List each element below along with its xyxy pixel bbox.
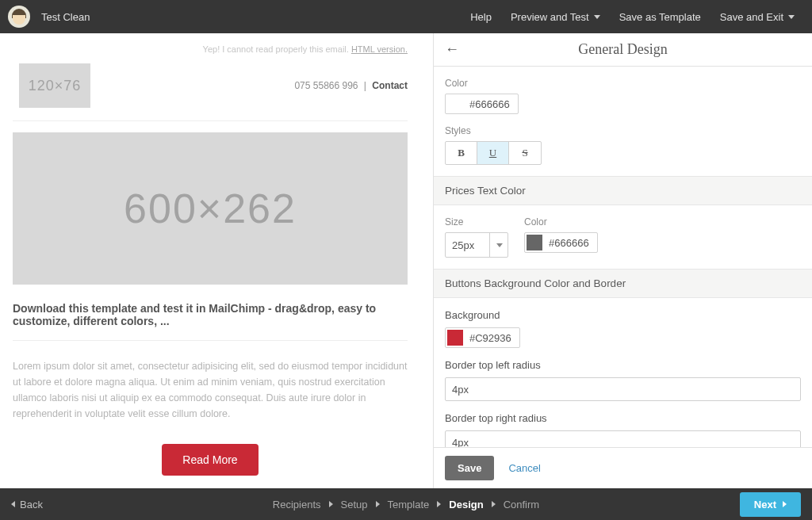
settings-panel: ← General Design Color #666666 Styles B …	[433, 33, 812, 488]
style-button-group: B U S	[445, 141, 542, 165]
logo-placeholder[interactable]: 120×76	[19, 63, 90, 108]
html-version-note: Yep! I cannot read properly this email. …	[6, 44, 414, 54]
styles-label: Styles	[445, 125, 801, 136]
size-select[interactable]	[445, 232, 508, 258]
swatch-icon	[447, 96, 463, 112]
help-menu[interactable]: Help	[461, 11, 501, 23]
step-setup[interactable]: Setup	[341, 499, 368, 510]
panel-back-arrow-icon[interactable]: ←	[445, 41, 459, 58]
buttons-section-header: Buttons Background Color and Border	[434, 269, 812, 298]
back-button[interactable]: Back	[11, 499, 43, 510]
prices-color-picker[interactable]: #666666	[524, 232, 598, 253]
chevron-down-icon	[788, 15, 795, 19]
save-button[interactable]: Save	[445, 456, 494, 480]
color-label: Color	[445, 78, 801, 89]
panel-header: ← General Design	[434, 33, 812, 67]
underline-button[interactable]: U	[477, 142, 509, 164]
mailchimp-logo[interactable]	[8, 6, 30, 28]
color-picker[interactable]: #666666	[445, 94, 519, 114]
body-text[interactable]: Lorem ipsum dolor sit amet, consectetur …	[13, 358, 408, 422]
email-canvas[interactable]: Yep! I cannot read properly this email. …	[0, 33, 433, 488]
step-design[interactable]: Design	[449, 499, 483, 510]
next-button[interactable]: Next	[740, 492, 801, 517]
border-tr-input[interactable]	[445, 430, 801, 447]
border-tr-label: Border top right radius	[445, 412, 801, 424]
headline-text[interactable]: Download this template and test it in Ma…	[13, 302, 408, 341]
prices-color-label: Color	[524, 216, 598, 228]
email-header: 120×76 075 55866 996 | Contact	[13, 60, 408, 121]
top-bar: Test Clean Help Preview and Test Save as…	[0, 0, 812, 33]
read-more-button[interactable]: Read More	[162, 444, 258, 476]
panel-title: General Design	[434, 41, 812, 58]
prices-section-header: Prices Text Color	[434, 176, 812, 205]
hero-block[interactable]: 600×262	[13, 132, 408, 285]
contact-line: 075 55866 996 | Contact	[294, 80, 408, 91]
size-label: Size	[445, 216, 508, 228]
wizard-steps: Recipients Setup Template Design Confirm	[0, 499, 812, 510]
email-body: 120×76 075 55866 996 | Contact 600×262 D…	[6, 60, 414, 488]
swatch-icon	[527, 235, 542, 250]
step-confirm[interactable]: Confirm	[504, 499, 540, 510]
chevron-left-icon	[11, 501, 15, 507]
bold-button[interactable]: B	[446, 142, 477, 164]
hero-placeholder: 600×262	[13, 132, 408, 285]
contact-link[interactable]: Contact	[372, 80, 408, 91]
bottom-bar: Back Recipients Setup Template Design Co…	[0, 488, 812, 520]
chevron-down-icon	[489, 232, 508, 258]
workspace: Yep! I cannot read properly this email. …	[0, 33, 812, 488]
panel-footer: Save Cancel	[434, 447, 812, 488]
background-label: Background	[445, 309, 801, 321]
swatch-icon	[447, 330, 463, 346]
preview-test-menu[interactable]: Preview and Test	[501, 11, 610, 23]
save-template-menu[interactable]: Save as Template	[610, 11, 710, 23]
save-exit-menu[interactable]: Save and Exit	[710, 11, 804, 23]
strike-button[interactable]: S	[509, 142, 541, 164]
border-tl-label: Border top left radius	[445, 359, 801, 371]
step-recipients[interactable]: Recipients	[273, 499, 321, 510]
background-color-picker[interactable]: #C92936	[445, 327, 520, 348]
cancel-link[interactable]: Cancel	[508, 462, 540, 474]
panel-scroll[interactable]: Color #666666 Styles B U S Prices Text C…	[434, 67, 812, 447]
chevron-right-icon	[783, 501, 787, 507]
border-tl-input[interactable]	[445, 377, 801, 401]
html-version-link[interactable]: HTML version.	[351, 44, 408, 54]
chevron-down-icon	[594, 15, 600, 19]
campaign-title: Test Clean	[41, 11, 90, 23]
step-template[interactable]: Template	[388, 499, 430, 510]
